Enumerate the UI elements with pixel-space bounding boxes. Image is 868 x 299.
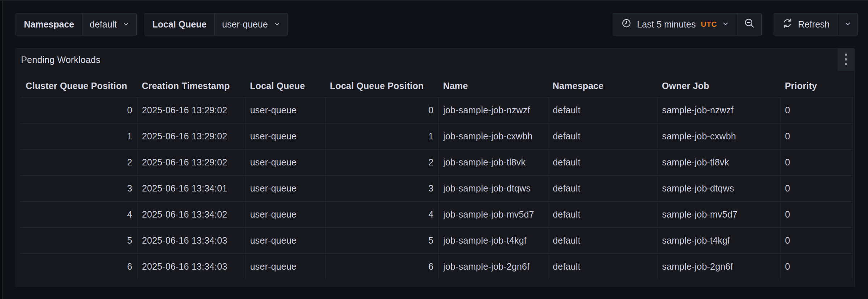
cell-owner-job: sample-job-tl8vk bbox=[657, 149, 780, 175]
pending-workloads-panel: Pending Workloads Cluster Queue Position… bbox=[16, 48, 855, 287]
cell-local-queue: user-queue bbox=[245, 123, 325, 149]
cell-name: job-sample-job-2gn6f bbox=[438, 253, 548, 279]
cell-name: job-sample-job-cxwbh bbox=[438, 123, 548, 149]
cell-priority: 0 bbox=[780, 201, 852, 227]
cell-owner-job: sample-job-cxwbh bbox=[657, 123, 780, 149]
cell-namespace: default bbox=[548, 149, 657, 175]
variable-local-queue-select[interactable]: user-queue bbox=[215, 13, 287, 35]
table-row: 32025-06-16 13:34:01user-queue3job-sampl… bbox=[21, 175, 852, 201]
column-header-name[interactable]: Name bbox=[438, 75, 548, 97]
cell-priority: 0 bbox=[780, 149, 852, 175]
kebab-menu-icon bbox=[844, 52, 847, 67]
variable-value: user-queue bbox=[222, 19, 268, 30]
panel-menu-button[interactable] bbox=[838, 49, 854, 71]
column-header-local-queue-position[interactable]: Local Queue Position bbox=[325, 75, 438, 97]
cell-cluster-queue-position: 0 bbox=[21, 97, 137, 123]
cell-owner-job: sample-job-nzwzf bbox=[657, 97, 780, 123]
chevron-down-icon bbox=[123, 19, 129, 30]
panel-header: Pending Workloads bbox=[16, 49, 854, 71]
time-picker-group: Last 5 minutes UTC bbox=[613, 13, 762, 35]
variable-namespace: Namespacedefault bbox=[16, 13, 137, 35]
cell-priority: 0 bbox=[780, 123, 852, 149]
timezone-badge: UTC bbox=[701, 20, 717, 29]
cell-namespace: default bbox=[548, 227, 657, 253]
cell-priority: 0 bbox=[780, 175, 852, 201]
cell-name: job-sample-job-t4kgf bbox=[438, 227, 548, 253]
cell-local-queue-position: 1 bbox=[325, 123, 438, 149]
cell-cluster-queue-position: 3 bbox=[21, 175, 137, 201]
cell-creation-timestamp: 2025-06-16 13:34:03 bbox=[137, 253, 245, 279]
time-range-label: Last 5 minutes bbox=[637, 19, 696, 30]
cell-local-queue-position: 4 bbox=[325, 201, 438, 227]
cell-local-queue: user-queue bbox=[245, 97, 325, 123]
panel-title: Pending Workloads bbox=[21, 55, 101, 65]
cell-owner-job: sample-job-mv5d7 bbox=[657, 201, 780, 227]
cell-cluster-queue-position: 6 bbox=[21, 253, 137, 279]
table-row: 12025-06-16 13:29:02user-queue1job-sampl… bbox=[21, 123, 852, 149]
variable-local-queue: Local Queueuser-queue bbox=[144, 13, 288, 35]
cell-name: job-sample-job-dtqws bbox=[438, 175, 548, 201]
chevron-down-icon bbox=[722, 19, 729, 30]
refresh-label: Refresh bbox=[798, 19, 830, 30]
cell-local-queue: user-queue bbox=[245, 149, 325, 175]
cell-priority: 0 bbox=[780, 227, 852, 253]
cell-local-queue-position: 5 bbox=[325, 227, 438, 253]
cell-namespace: default bbox=[548, 175, 657, 201]
cell-cluster-queue-position: 2 bbox=[21, 149, 137, 175]
cell-name: job-sample-job-mv5d7 bbox=[438, 201, 548, 227]
dashboard-toolbar: NamespacedefaultLocal Queueuser-queue La… bbox=[16, 13, 858, 35]
cell-creation-timestamp: 2025-06-16 13:34:01 bbox=[137, 175, 245, 201]
cell-creation-timestamp: 2025-06-16 13:29:02 bbox=[137, 97, 245, 123]
cell-priority: 0 bbox=[780, 97, 852, 123]
cell-creation-timestamp: 2025-06-16 13:29:02 bbox=[137, 123, 245, 149]
cell-local-queue-position: 0 bbox=[325, 97, 438, 123]
cell-namespace: default bbox=[548, 253, 657, 279]
column-header-namespace[interactable]: Namespace bbox=[548, 75, 657, 97]
refresh-button[interactable]: Refresh bbox=[774, 13, 838, 35]
time-zoom-out-button[interactable] bbox=[737, 13, 761, 35]
cell-creation-timestamp: 2025-06-16 13:29:02 bbox=[137, 149, 245, 175]
refresh-group: Refresh bbox=[774, 13, 858, 35]
table-row: 22025-06-16 13:29:02user-queue2job-sampl… bbox=[21, 149, 852, 175]
table-row: 62025-06-16 13:34:03user-queue6job-sampl… bbox=[21, 253, 852, 279]
refresh-icon bbox=[782, 18, 793, 31]
cell-name: job-sample-job-tl8vk bbox=[438, 149, 548, 175]
variable-value: default bbox=[90, 19, 117, 30]
zoom-out-icon bbox=[744, 17, 755, 31]
cell-local-queue-position: 3 bbox=[325, 175, 438, 201]
cell-local-queue-position: 2 bbox=[325, 149, 438, 175]
table-row: 02025-06-16 13:29:02user-queue0job-sampl… bbox=[21, 97, 852, 123]
cell-local-queue: user-queue bbox=[245, 253, 325, 279]
column-header-creation-timestamp[interactable]: Creation Timestamp bbox=[137, 75, 245, 97]
column-header-priority[interactable]: Priority bbox=[780, 75, 852, 97]
cell-local-queue: user-queue bbox=[245, 175, 325, 201]
window-left-edge bbox=[0, 0, 3, 299]
grafana-dashboard: NamespacedefaultLocal Queueuser-queue La… bbox=[0, 0, 868, 299]
column-header-owner-job[interactable]: Owner Job bbox=[657, 75, 780, 97]
variable-namespace-select[interactable]: default bbox=[82, 13, 136, 35]
table-container: Cluster Queue PositionCreation Timestamp… bbox=[21, 75, 852, 279]
table-row: 52025-06-16 13:34:03user-queue5job-sampl… bbox=[21, 227, 852, 253]
cell-namespace: default bbox=[548, 201, 657, 227]
column-header-cluster-queue-position[interactable]: Cluster Queue Position bbox=[21, 75, 137, 97]
cell-name: job-sample-job-nzwzf bbox=[438, 97, 548, 123]
variable-label: Namespace bbox=[16, 13, 82, 35]
cell-namespace: default bbox=[548, 123, 657, 149]
chevron-down-icon bbox=[844, 19, 851, 30]
column-header-local-queue[interactable]: Local Queue bbox=[245, 75, 325, 97]
time-range-picker[interactable]: Last 5 minutes UTC bbox=[613, 13, 737, 35]
table-header-row: Cluster Queue PositionCreation Timestamp… bbox=[21, 75, 852, 97]
chevron-down-icon bbox=[274, 19, 280, 30]
refresh-interval-dropdown[interactable] bbox=[838, 13, 858, 35]
cell-creation-timestamp: 2025-06-16 13:34:03 bbox=[137, 227, 245, 253]
variable-label: Local Queue bbox=[144, 13, 215, 35]
cell-creation-timestamp: 2025-06-16 13:34:02 bbox=[137, 201, 245, 227]
cell-cluster-queue-position: 1 bbox=[21, 123, 137, 149]
pending-workloads-table: Cluster Queue PositionCreation Timestamp… bbox=[21, 75, 853, 279]
clock-icon bbox=[621, 18, 632, 31]
cell-owner-job: sample-job-2gn6f bbox=[657, 253, 780, 279]
table-row: 42025-06-16 13:34:02user-queue4job-sampl… bbox=[21, 201, 852, 227]
cell-namespace: default bbox=[548, 97, 657, 123]
cell-local-queue: user-queue bbox=[245, 201, 325, 227]
cell-priority: 0 bbox=[780, 253, 852, 279]
